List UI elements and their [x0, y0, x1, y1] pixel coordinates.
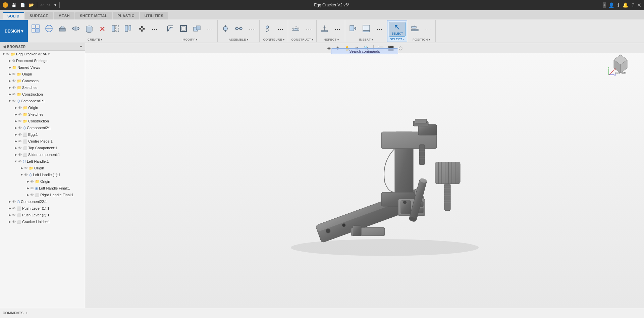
tree-item-comp1-origin[interactable]: ▶ 👁 📁 Origin	[0, 104, 85, 111]
centrepiece-arrow[interactable]: ▶	[13, 140, 18, 143]
tree-item-component22[interactable]: ▶ 👁 ⬡ Component22:1	[0, 198, 85, 205]
pushlever1-eye[interactable]: 👁	[12, 206, 17, 210]
topcomponent-arrow[interactable]: ▶	[13, 146, 18, 150]
lh-origin-arrow[interactable]: ▶	[19, 166, 24, 170]
tree-item-slider[interactable]: ▶ 👁 ⬜ Slider component:1	[0, 151, 85, 158]
motion-link-button[interactable]	[232, 23, 245, 35]
rh-final-arrow[interactable]: ▶	[25, 193, 30, 197]
comp1-origin-arrow[interactable]: ▶	[13, 106, 18, 109]
undo-button[interactable]: ↩	[39, 2, 45, 8]
lh-comp-origin-eye[interactable]: 👁	[30, 179, 35, 183]
select-button[interactable]: ↖ SELECT	[389, 22, 406, 37]
component2-eye[interactable]: 👁	[18, 126, 23, 130]
offset-plane-button[interactable]	[289, 23, 302, 35]
insert-canvas-button[interactable]	[360, 23, 373, 35]
root-eye[interactable]: 👁	[6, 52, 11, 56]
measure-button[interactable]	[318, 23, 331, 35]
egg-arrow[interactable]: ▶	[13, 133, 18, 136]
tree-item-construction[interactable]: ▶ 👁 📁 Construction	[0, 91, 85, 98]
position-more-button[interactable]: ⋯	[422, 24, 434, 34]
tab-sheet-metal[interactable]: SHEET METAL	[75, 12, 112, 19]
account-icon[interactable]: 👤	[608, 2, 614, 8]
shell-button[interactable]	[177, 23, 190, 35]
tree-item-doc-settings[interactable]: ▶ ⚙ Document Settings	[0, 57, 85, 64]
comp1-sketches-eye[interactable]: 👁	[18, 112, 23, 116]
tree-item-lh-comp[interactable]: ▼ 👁 ⬡ Left Handle (1):1	[0, 171, 85, 178]
revolve-button[interactable]	[69, 23, 82, 35]
tree-item-topcomponent[interactable]: ▶ 👁 ⬜ Top Component:1	[0, 145, 85, 151]
browser-add-button[interactable]: +	[80, 44, 82, 49]
redo-button[interactable]: ↪	[46, 2, 52, 8]
lh-origin-eye[interactable]: 👁	[24, 166, 29, 170]
tree-item-pushlever2[interactable]: ▶ 👁 ⬜ Push Lever (2):1	[0, 212, 85, 218]
combine-button[interactable]	[191, 23, 203, 35]
inspect-more-button[interactable]: ⋯	[331, 24, 343, 34]
tree-item-pushlever1[interactable]: ▶ 👁 ⬜ Push Lever (1):1	[0, 205, 85, 212]
joint-button[interactable]	[219, 23, 232, 35]
lefthandle-eye[interactable]: 👁	[18, 159, 23, 163]
comp1-construction-arrow[interactable]: ▶	[13, 119, 18, 123]
tab-mesh[interactable]: MESH	[54, 12, 74, 19]
undo-history-button[interactable]: ▾	[53, 2, 58, 8]
delete-button[interactable]: ✕	[96, 24, 108, 34]
configure-more-button[interactable]: ⋯	[274, 24, 286, 34]
tree-item-canvases[interactable]: ▶ 👁 📁 Canvases	[0, 77, 85, 84]
tree-item-rh-final[interactable]: ▶ 👁 ⬜ Right Handle Final:1	[0, 192, 85, 198]
component1-arrow[interactable]: ▼	[7, 99, 12, 103]
canvases-arrow[interactable]: ▶	[7, 79, 12, 83]
mirror-button[interactable]	[109, 23, 122, 35]
align-button[interactable]	[409, 23, 421, 35]
search-box[interactable]: Search commands	[331, 48, 398, 54]
pushlever1-arrow[interactable]: ▶	[7, 207, 12, 210]
tree-item-origin[interactable]: ▶ 👁 📁 Origin	[0, 71, 85, 77]
comments-add-button[interactable]: +	[25, 311, 28, 316]
insert-more-button[interactable]: ⋯	[373, 24, 385, 34]
component2-arrow[interactable]: ▶	[13, 126, 18, 129]
lh-final-eye[interactable]: 👁	[30, 186, 35, 190]
tree-item-component2[interactable]: ▶ 👁 ⬡ Component2:1	[0, 124, 85, 131]
tab-utilities[interactable]: UTILITIES	[140, 12, 168, 19]
tab-solid[interactable]: SOLID	[3, 12, 24, 19]
sketches-eye[interactable]: 👁	[12, 86, 17, 90]
assemble-more-button[interactable]: ⋯	[246, 24, 258, 34]
crackerholder-eye[interactable]: 👁	[12, 220, 17, 224]
pushlever2-eye[interactable]: 👁	[12, 213, 17, 217]
construct-more-button[interactable]: ⋯	[303, 24, 315, 34]
origin-arrow[interactable]: ▶	[7, 72, 12, 76]
sketches-arrow[interactable]: ▶	[7, 86, 12, 89]
close-button[interactable]: ✕	[637, 2, 641, 8]
bell-icon[interactable]: 🔔	[623, 2, 628, 8]
create-more-button[interactable]: ⋯	[149, 25, 161, 33]
help-icon[interactable]: ?	[632, 2, 634, 8]
lh-comp-origin-arrow[interactable]: ▶	[25, 180, 30, 183]
pattern-button[interactable]	[122, 23, 135, 35]
origin-eye[interactable]: 👁	[12, 72, 17, 76]
component1-eye[interactable]: 👁	[12, 99, 17, 103]
box-button[interactable]	[83, 23, 96, 35]
lefthandle-arrow[interactable]: ▼	[13, 160, 18, 163]
slider-eye[interactable]: 👁	[18, 153, 23, 157]
tree-item-egg[interactable]: ▶ 👁 ⬜ Egg:1	[0, 131, 85, 138]
insert-derive-button[interactable]	[346, 23, 359, 35]
construction-arrow[interactable]: ▶	[7, 93, 12, 96]
tree-item-lefthandle[interactable]: ▼ 👁 ⬡ Left Handle:1	[0, 158, 85, 165]
canvases-eye[interactable]: 👁	[12, 79, 17, 83]
pushlever2-arrow[interactable]: ▶	[7, 213, 12, 217]
info-icon[interactable]: ℹ	[618, 2, 619, 8]
save-button[interactable]: 💾	[10, 2, 18, 8]
lh-comp-eye[interactable]: 👁	[24, 173, 29, 177]
root-expand-arrow[interactable]: ▼	[1, 52, 6, 56]
tree-root[interactable]: ▼ 👁 📁 Egg Cracker V2 v6 ⚙	[0, 51, 85, 57]
parameters-button[interactable]	[261, 23, 274, 35]
comp1-construction-eye[interactable]: 👁	[18, 119, 23, 123]
tree-item-component1[interactable]: ▼ 👁 ⬡ Component1:1	[0, 98, 85, 104]
tab-surface[interactable]: SURFACE	[25, 12, 53, 19]
fillet-button[interactable]	[164, 23, 176, 35]
topcomponent-eye[interactable]: 👁	[18, 146, 23, 150]
tree-item-lh-origin[interactable]: ▶ 👁 📁 Origin	[0, 165, 85, 171]
comp1-origin-eye[interactable]: 👁	[18, 106, 23, 110]
tree-item-crackerholder[interactable]: ▶ 👁 ⬜ Cracker Holder:1	[0, 218, 85, 225]
navigation-gizmo[interactable]: BOTTOM x y z	[607, 50, 634, 76]
new-component-button[interactable]	[29, 23, 42, 35]
tree-item-lh-final[interactable]: ▶ 👁 ◉ Left Handle Final:1	[0, 185, 85, 192]
